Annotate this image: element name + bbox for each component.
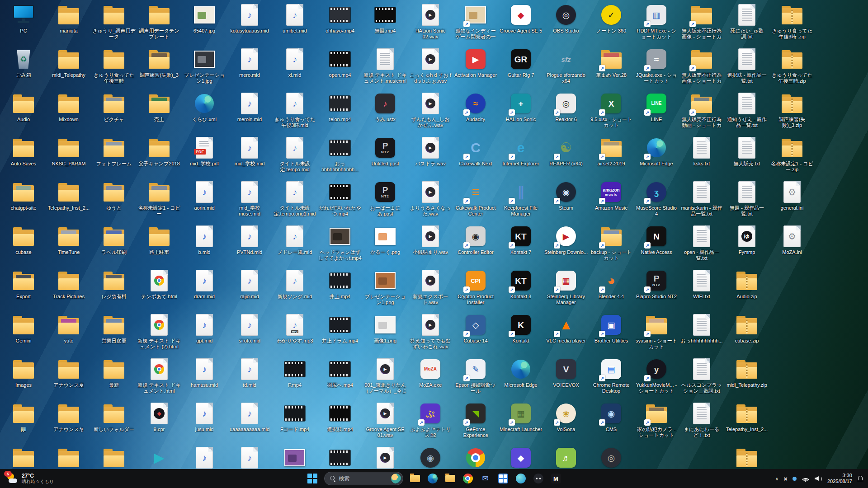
desktop-icon[interactable]: ❀↗VoiSona — [543, 401, 589, 446]
desktop-icon[interactable]: ∥↗Keepforest File Manager — [498, 180, 543, 224]
desktop-icon[interactable]: Microsoft Edge — [498, 357, 543, 401]
desktop-icon[interactable]: N↗Native Access — [634, 224, 679, 268]
desktop-icon[interactable]: ♪aorin.mid — [182, 180, 227, 224]
desktop-icon[interactable]: ⚙general.ini — [769, 180, 815, 224]
desktop-icon[interactable]: 最新 — [91, 357, 137, 401]
desktop-icon[interactable]: ≈↗Audacity — [453, 91, 498, 136]
desktop-icon[interactable]: ▤↗Chrome Remote Desktop — [589, 357, 634, 401]
taskbar-app-teal-app[interactable] — [515, 473, 527, 484]
desktop-icon[interactable]: ♪MP3わかりやす.mp3 — [272, 313, 317, 357]
desktop-icon[interactable]: open.mp4 — [317, 47, 363, 91]
search-highlight-image[interactable] — [391, 474, 401, 483]
desktop-icon[interactable]: ピクチャ — [91, 91, 137, 136]
desktop-icon[interactable]: MoZAMoZA.exe — [408, 357, 453, 401]
desktop-icon[interactable]: ↗筆まめ Ver.28 — [589, 47, 634, 91]
desktop-icon[interactable]: ▥↗HDDFMT.exe - ショートカット — [634, 3, 679, 47]
desktop-icon[interactable]: C↗Cakewalk Next — [453, 136, 498, 180]
desktop-icon[interactable] — [1, 446, 46, 469]
desktop-icon[interactable]: open - 親作品一覧.txt — [679, 224, 724, 268]
desktop-icon[interactable]: ◎↗Reaktor 6 — [543, 91, 589, 136]
desktop-icon[interactable] — [46, 446, 91, 469]
desktop-icon[interactable]: ヘルスコンプラッション＿歌詞.txt — [679, 357, 724, 401]
desktop-icon[interactable]: きゅうり食ってた午後三時 — [91, 47, 137, 91]
desktop-icon[interactable]: ♪PVTNd.mid — [227, 224, 272, 268]
desktop-icon[interactable]: ☯↗REAPER (x64) — [543, 136, 589, 180]
desktop-icon[interactable]: ʒ↗MuseScore Studio 4 — [634, 180, 679, 224]
desktop-icon[interactable]: ◆ — [498, 446, 543, 469]
desktop-icon[interactable]: ▶バスドラ.wav — [408, 136, 453, 180]
desktop-icon[interactable]: ↗airset2-2019 — [589, 136, 634, 180]
desktop-icon[interactable]: ♪gpt.mid — [182, 313, 227, 357]
desktop-icon[interactable]: ♪ — [227, 446, 272, 469]
taskbar-app-microsoft-edge[interactable] — [427, 473, 439, 484]
desktop-icon[interactable]: 新規 テキスト ドキュメント.musicxml — [363, 47, 408, 91]
desktop-icon[interactable]: KT↗Kontakt 7 — [498, 224, 543, 268]
desktop-icon[interactable]: 通知うぜえ - 親作品一覧.txt — [724, 91, 769, 136]
desktop-icon[interactable]: midi_Telepathy — [46, 47, 91, 91]
desktop-icon[interactable]: ↗無人販売不正行為画像 - ショートカット — [679, 47, 724, 91]
desktop-icon[interactable]: ♪kotusytuaaus.mid — [227, 3, 272, 47]
desktop-icon[interactable]: 無人販売.txt — [724, 136, 769, 180]
wifi-icon[interactable] — [802, 476, 810, 482]
desktop-icon[interactable]: ▶ずんだもん_しおかぜふ.wav — [408, 91, 453, 136]
desktop-icon[interactable]: X↗9.5.xlsx - ショートカット — [589, 91, 634, 136]
desktop-icon[interactable]: manisekarin - 親作品一覧.txt — [679, 180, 724, 224]
desktop-icon[interactable]: PNT2おーばーまにあ.ppsf — [363, 180, 408, 224]
desktop-icon[interactable]: ♪hamusu.mid — [182, 357, 227, 401]
desktop-icon[interactable]: ↗家の防犯カメラ - ショートカット — [634, 401, 679, 446]
desktop-icon[interactable]: VVOICEVOX — [543, 357, 589, 401]
volume-icon[interactable] — [815, 475, 822, 482]
desktop-icon[interactable]: NKSC_PARAM — [46, 136, 91, 180]
desktop-icon[interactable]: KT↗Kontakt 8 — [498, 268, 543, 313]
desktop-icon[interactable]: ▶ — [363, 446, 408, 469]
desktop-icon[interactable]: ohhayo-.mp4 — [317, 3, 363, 47]
clock[interactable]: 3:30 2025/08/17 — [827, 473, 852, 484]
tray-chevron-icon[interactable]: ∧ — [775, 476, 778, 481]
desktop-icon[interactable]: ▶↗Steinberg Downlo... — [543, 224, 589, 268]
desktop-icon[interactable]: 新しいフォルダー — [91, 401, 137, 446]
desktop-icon[interactable]: ▶小銭詰まり.wav — [408, 224, 453, 268]
desktop-icon[interactable]: Gemini — [1, 313, 46, 357]
ime-icon[interactable]: × — [783, 475, 788, 483]
desktop-icon[interactable]: Track Pictures — [46, 268, 91, 313]
desktop-icon[interactable]: 名称未設定1 - コピー — [137, 180, 182, 224]
desktop-icon[interactable]: ♪mero.mid — [227, 47, 272, 91]
desktop-icon[interactable]: K↗Kontakt — [498, 313, 543, 357]
desktop-icon[interactable]: アナウンス冬 — [46, 401, 91, 446]
desktop-icon[interactable]: 新規 テキスト ドキュメント (2).html — [137, 313, 182, 357]
desktop-icon[interactable]: 父子キャンプ2018 — [137, 136, 182, 180]
desktop-icon[interactable]: ▶新規エクスポート.wav — [408, 268, 453, 313]
desktop-icon[interactable]: LINE↗LINE — [634, 91, 679, 136]
desktop-icon[interactable]: sfzPlogue sforzando x64 — [543, 47, 589, 91]
desktop-icon[interactable]: 路上駐車 — [137, 224, 182, 268]
desktop-icon[interactable]: ↗無人販売不正行為画像 - ショートカッ... — [679, 3, 724, 47]
desktop-icon[interactable] — [453, 446, 498, 469]
desktop-icon[interactable]: ゆうと — [91, 180, 137, 224]
desktop-icon[interactable]: アナウンス夏 — [46, 357, 91, 401]
taskbar-app-muse-hub[interactable]: M — [550, 473, 562, 484]
desktop-icon[interactable]: ◎OBS Studio — [543, 3, 589, 47]
desktop-icon[interactable]: ♪b.mid — [182, 224, 227, 268]
desktop-icon[interactable]: ♻ごみ箱 — [1, 47, 46, 91]
desktop-icon[interactable]: ↗無人販売不正行為動画 - ショートカット — [679, 91, 724, 136]
desktop-icon[interactable]: ◉ — [408, 446, 453, 469]
taskbar-app-google-chrome[interactable] — [462, 473, 474, 484]
desktop-icon[interactable]: Telepathy_Inst_2... — [724, 401, 769, 446]
desktop-icon[interactable]: ▦↗Steinberg Library Manager — [543, 268, 589, 313]
desktop-icon[interactable]: ▶こっくゅh d すお f d s b ふぉ.wav — [408, 47, 453, 91]
desktop-icon[interactable] — [317, 446, 363, 469]
desktop-icon[interactable]: Audio — [1, 91, 46, 136]
desktop-icon[interactable]: ♪うみ.ustx — [363, 91, 408, 136]
desktop-icon[interactable]: midi_Telepathy.zip — [724, 357, 769, 401]
desktop-icon[interactable]: ♬ — [543, 446, 589, 469]
desktop-icon[interactable]: ♪meroin.mid — [227, 91, 272, 136]
desktop-icon[interactable]: ▶よりうるさくなった.wav — [408, 180, 453, 224]
desktop-icon[interactable] — [91, 446, 137, 469]
desktop-icon[interactable]: GRGuitar Rig 7 — [498, 47, 543, 91]
desktop-icon[interactable]: 売上 — [137, 91, 182, 136]
desktop-icon[interactable]: ♪mid_学校 muse.mid — [227, 180, 272, 224]
desktop-icon[interactable]: CPI↗Crypton Product Installer — [453, 268, 498, 313]
desktop-icon[interactable]: 羽尻へ.mp4 — [317, 357, 363, 401]
desktop-icon[interactable]: ラベル印刷 — [91, 224, 137, 268]
desktop-icon[interactable]: ♪タイトル未設定.tempo.mid — [272, 136, 317, 180]
